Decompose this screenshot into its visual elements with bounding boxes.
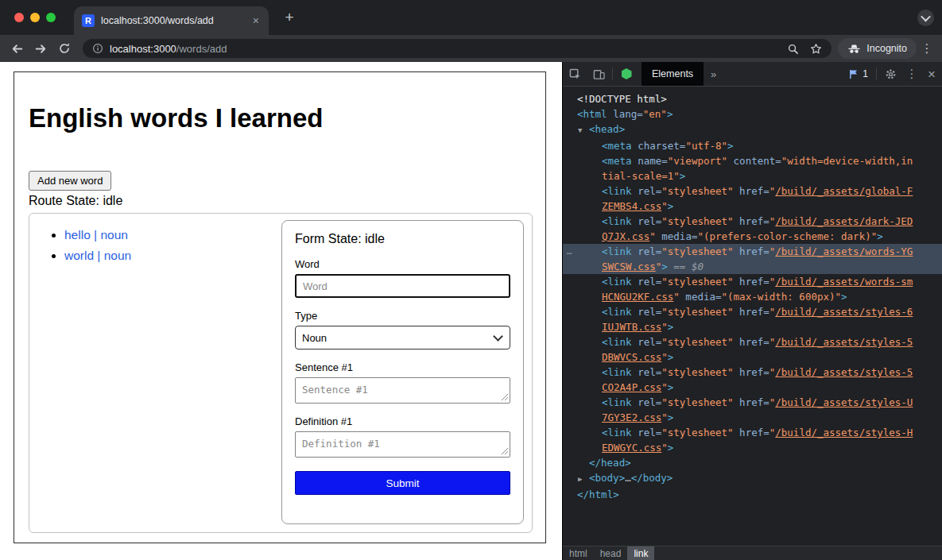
tab-close-icon[interactable]: × bbox=[251, 14, 261, 28]
code-line-gutter bbox=[563, 380, 576, 395]
code-line[interactable]: <html lang="en"> bbox=[563, 106, 942, 122]
page-title: English words I learned bbox=[29, 102, 323, 134]
issues-flag-icon bbox=[849, 69, 859, 79]
code-line-gutter bbox=[563, 319, 576, 334]
word-input[interactable] bbox=[295, 274, 510, 298]
code-line-gutter bbox=[563, 138, 576, 153]
code-line[interactable]: <link rel="stylesheet" href="/build/_ass… bbox=[563, 425, 942, 440]
code-line-gutter bbox=[563, 425, 576, 440]
code-line[interactable]: <link rel="stylesheet" href="/build/_ass… bbox=[563, 183, 942, 199]
zoom-icon[interactable] bbox=[787, 43, 799, 55]
word-label: Word bbox=[295, 258, 510, 270]
devtools-menu-button[interactable]: ⋮ bbox=[902, 67, 921, 81]
code-line-gutter bbox=[563, 304, 576, 319]
code-line[interactable]: </head> bbox=[563, 455, 942, 470]
code-line[interactable]: <link rel="stylesheet" href="/build/_ass… bbox=[563, 274, 942, 289]
code-line[interactable]: <meta charset="utf-8"> bbox=[563, 138, 942, 153]
add-new-word-button[interactable]: Add new word bbox=[29, 171, 111, 191]
bookmark-star-icon[interactable] bbox=[810, 43, 822, 55]
devtools-toolbar: Elements » 1 ⋮ × bbox=[563, 62, 942, 87]
issues-count: 1 bbox=[863, 68, 868, 79]
inspect-element-button[interactable] bbox=[563, 62, 587, 86]
sentence-textarea[interactable] bbox=[295, 377, 510, 404]
code-line[interactable]: DBWVCS.css"> bbox=[563, 350, 942, 365]
forward-arrow-icon bbox=[34, 42, 48, 56]
code-line[interactable]: </html> bbox=[563, 487, 942, 502]
page-frame: English words I learned Add new word Rou… bbox=[14, 71, 546, 543]
device-toolbar-button[interactable] bbox=[587, 62, 611, 86]
close-window-button[interactable] bbox=[14, 13, 24, 22]
reload-button[interactable] bbox=[52, 37, 76, 60]
breadcrumb-item[interactable]: html bbox=[563, 546, 594, 560]
code-line[interactable]: <meta name="viewport" content="width=dev… bbox=[563, 153, 942, 168]
code-line-gutter bbox=[563, 214, 576, 229]
code-line-gutter bbox=[563, 289, 576, 304]
tab-search-button[interactable] bbox=[917, 10, 934, 26]
forward-button[interactable] bbox=[29, 37, 52, 60]
word-link[interactable]: world | noun bbox=[64, 249, 131, 262]
code-line-gutter bbox=[563, 122, 576, 138]
code-line-gutter bbox=[563, 487, 576, 502]
incognito-label: Incognito bbox=[866, 43, 907, 54]
settings-button[interactable] bbox=[878, 62, 902, 86]
minimize-window-button[interactable] bbox=[30, 13, 40, 22]
definition-textarea[interactable] bbox=[295, 431, 510, 458]
browser-toolbar: localhost:3000/words/add Incognito ⋮ bbox=[0, 35, 942, 62]
code-line[interactable]: <link rel="stylesheet" href="/build/_ass… bbox=[563, 214, 942, 229]
sentence-label: Sentence #1 bbox=[295, 361, 510, 373]
browser-menu-button[interactable]: ⋮ bbox=[917, 41, 937, 56]
breadcrumb-item[interactable]: head bbox=[594, 546, 628, 560]
chevron-down-icon bbox=[921, 12, 931, 22]
submit-button[interactable]: Submit bbox=[295, 471, 510, 495]
code-line[interactable]: <link rel="stylesheet" href="/build/_ass… bbox=[563, 395, 942, 410]
code-line-gutter bbox=[563, 410, 576, 425]
tab-elements[interactable]: Elements bbox=[642, 62, 704, 86]
code-line-gutter bbox=[563, 229, 576, 244]
code-line-gutter bbox=[563, 183, 576, 199]
devtools-close-button[interactable]: × bbox=[921, 68, 942, 81]
word-link[interactable]: hello | noun bbox=[64, 228, 128, 241]
code-line[interactable]: HCNGU2KF.css" media="(max-width: 600px)"… bbox=[563, 289, 942, 304]
address-bar[interactable]: localhost:3000/words/add bbox=[83, 39, 832, 58]
code-line[interactable]: EDWGYC.css"> bbox=[563, 440, 942, 455]
code-line[interactable]: <link rel="stylesheet" href="/build/_ass… bbox=[563, 365, 942, 380]
code-line[interactable]: Q7JX.css" media="(prefers-color-scheme: … bbox=[563, 229, 942, 244]
browser-tab[interactable]: R localhost:3000/words/add × bbox=[74, 6, 269, 35]
code-line[interactable]: ZEMBS4.css"> bbox=[563, 199, 942, 214]
words-container: hello | nounworld | noun Form State: idl… bbox=[29, 213, 533, 533]
code-line-gutter bbox=[563, 365, 576, 380]
back-button[interactable] bbox=[5, 37, 29, 60]
green-hexagon-icon bbox=[622, 68, 632, 79]
more-tabs-button[interactable]: » bbox=[704, 68, 723, 80]
info-icon[interactable] bbox=[92, 43, 103, 54]
code-line[interactable]: SWCSW.css"> == $0 bbox=[563, 259, 942, 274]
code-line-gutter bbox=[563, 274, 576, 289]
code-line[interactable]: <link rel="stylesheet" href="/build/_ass… bbox=[563, 304, 942, 319]
route-state-text: Route State: idle bbox=[29, 194, 122, 208]
form-state-text: Form State: idle bbox=[295, 232, 510, 246]
code-line[interactable]: CO2A4P.css"> bbox=[563, 380, 942, 395]
code-line[interactable]: IUJWTB.css"> bbox=[563, 319, 942, 334]
code-line[interactable]: 7GY3E2.css"> bbox=[563, 410, 942, 425]
new-tab-button[interactable]: + bbox=[280, 9, 299, 26]
code-line[interactable]: …<link rel="stylesheet" href="/build/_as… bbox=[563, 244, 942, 259]
add-word-form: Form State: idle Word Type Noun Sentence… bbox=[281, 220, 524, 524]
expand-arrow-right-icon[interactable]: ▶ bbox=[578, 472, 589, 487]
tab-favicon: R bbox=[82, 14, 95, 27]
word-list-item: world | noun bbox=[64, 245, 131, 266]
code-line[interactable]: <link rel="stylesheet" href="/build/_ass… bbox=[563, 334, 942, 350]
issues-button[interactable]: 1 bbox=[843, 68, 874, 79]
breadcrumb-item[interactable]: link bbox=[627, 546, 654, 560]
type-select[interactable]: Noun bbox=[295, 326, 510, 350]
extension-button[interactable] bbox=[614, 62, 638, 86]
zoom-window-button[interactable] bbox=[46, 13, 56, 22]
code-line[interactable]: <!DOCTYPE html> bbox=[563, 91, 942, 106]
device-toolbar-icon bbox=[593, 68, 605, 80]
devtools-panel: Elements » 1 ⋮ × <!DOCTYPE html><html la… bbox=[562, 62, 942, 560]
code-line[interactable]: ▼<head> bbox=[563, 122, 942, 138]
code-line[interactable]: tial-scale=1"> bbox=[563, 168, 942, 183]
incognito-icon bbox=[847, 44, 861, 54]
expand-arrow-down-icon[interactable]: ▼ bbox=[578, 123, 589, 138]
code-line-gutter bbox=[563, 153, 576, 168]
code-line[interactable]: ▶<body>…</body> bbox=[563, 470, 942, 487]
